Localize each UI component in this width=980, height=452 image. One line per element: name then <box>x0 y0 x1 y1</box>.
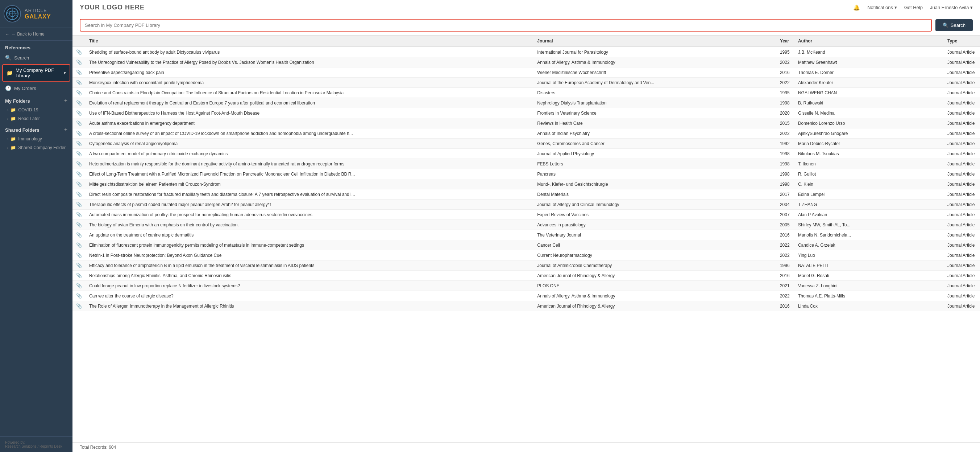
journal-cell: Pancreas <box>533 169 776 179</box>
paperclip-cell: 📎 <box>73 179 86 189</box>
journal-cell: Reviews in Health Care <box>533 118 776 128</box>
table-row[interactable]: 📎Could forage peanut in low proportion r… <box>73 281 980 291</box>
paperclip-icon: 📎 <box>76 303 82 309</box>
type-cell: Journal Article <box>944 88 980 98</box>
table-row[interactable]: 📎Relationships among Allergic Rhinitis, … <box>73 271 980 281</box>
author-cell: NGAI WENG CHAN <box>794 88 944 98</box>
sidebar-brand: ARTICLE GALAXY <box>25 8 51 20</box>
table-row[interactable]: 📎Therapeutic effects of plasmid coded mu… <box>73 200 980 210</box>
folder-covid19[interactable]: › 📁 COVID-19 <box>0 105 73 114</box>
paperclip-icon: 📎 <box>76 110 82 116</box>
shared-folder-company[interactable]: › 📁 Shared Company Folder <box>0 143 73 152</box>
type-cell: Journal Article <box>944 57 980 67</box>
table-row[interactable]: 📎Shedding of surface-bound antibody by a… <box>73 47 980 57</box>
table-row[interactable]: 📎Monkeypox infection with concomitant pe… <box>73 78 980 88</box>
title-cell: Effect of Long-Term Treatment with a Pur… <box>86 169 533 179</box>
paperclip-icon: 📎 <box>76 212 82 217</box>
type-cell: Journal Article <box>944 159 980 169</box>
sidebar-item-pdf-library[interactable]: 📁 My Company PDF Library ▾ <box>2 64 70 81</box>
table-row[interactable]: 📎Automated mass immunization of poultry:… <box>73 210 980 220</box>
title-cell: The Unrecognized Vulnerability to the Pr… <box>86 57 533 67</box>
journal-cell: International Journal for Parasitology <box>533 47 776 57</box>
folder-covid19-label: COVID-19 <box>18 107 38 112</box>
shared-folder-immunology[interactable]: › 📁 Immunology <box>0 134 73 143</box>
my-folders-label: My Folders <box>5 98 30 104</box>
paperclip-cell: 📎 <box>73 78 86 88</box>
table-header-row: Title Journal Year Author Type <box>73 35 980 47</box>
table-row[interactable]: 📎Cytogenetic analysis of renal angiomyol… <box>73 139 980 149</box>
table-row[interactable]: 📎A two-compartment model of pulmonary ni… <box>73 149 980 159</box>
table-row[interactable]: 📎An update on the treatment of canine at… <box>73 230 980 240</box>
table-row[interactable]: 📎The biology of avian Eimeria with an em… <box>73 220 980 230</box>
table-row[interactable]: 📎The Unrecognized Vulnerability to the P… <box>73 57 980 67</box>
table-row[interactable]: 📎Direct resin composite restorations for… <box>73 189 980 200</box>
table-row[interactable]: 📎Effect of Long-Term Treatment with a Pu… <box>73 169 980 179</box>
col-header-journal[interactable]: Journal <box>533 35 776 47</box>
user-menu-button[interactable]: Juan Ernesto Avila ▾ <box>930 5 973 10</box>
year-cell: 2020 <box>776 108 794 118</box>
table-row[interactable]: 📎Mittelgesichtsdisstraktion bei einem Pa… <box>73 179 980 189</box>
search-button-icon: 🔍 <box>943 22 948 28</box>
journal-cell: Annals of Allergy, Asthma & Immunology <box>533 57 776 67</box>
add-folder-button[interactable]: + <box>64 97 67 104</box>
my-folders-section-header: My Folders + <box>0 94 73 105</box>
table-row[interactable]: 📎Use of IFN-Based Biotherapeutics to Har… <box>73 108 980 118</box>
col-header-type[interactable]: Type <box>944 35 980 47</box>
paperclip-cell: 📎 <box>73 108 86 118</box>
topbar-right: 🔔 Notifications ▾ Get Help Juan Ernesto … <box>853 4 973 11</box>
col-header-author[interactable]: Author <box>794 35 944 47</box>
pdf-library-icon: 📁 <box>6 70 13 76</box>
author-cell: Maria Debiec-Rychter <box>794 139 944 149</box>
folder-icon: 📁 <box>11 116 16 121</box>
paperclip-cell: 📎 <box>73 128 86 139</box>
table-row[interactable]: 📎Heterodimerization is mainly responsibl… <box>73 159 980 169</box>
back-to-home-link[interactable]: ← ← Back to Home <box>0 28 73 41</box>
author-cell: NATALIE PETIT <box>794 260 944 271</box>
chevron-right-icon: › <box>7 117 8 121</box>
type-cell: Journal Article <box>944 128 980 139</box>
table-row[interactable]: 📎Preventive aspectsregarding back painWi… <box>73 67 980 78</box>
paperclip-cell: 📎 <box>73 118 86 128</box>
journal-cell: Mund-, Kiefer- und Gesichtschirurgie <box>533 179 776 189</box>
paperclip-cell: 📎 <box>73 169 86 179</box>
title-cell: Cytogenetic analysis of renal angiomyoli… <box>86 139 533 149</box>
search-input[interactable] <box>80 19 931 31</box>
table-row[interactable]: 📎Netrin-1 in Post-stroke Neuroprotection… <box>73 250 980 260</box>
title-cell: A two-compartment model of pulmonary nit… <box>86 149 533 159</box>
col-header-year[interactable]: Year <box>776 35 794 47</box>
chevron-down-icon: ▾ <box>64 71 66 75</box>
folder-read-later[interactable]: › 📁 Read Later <box>0 114 73 123</box>
search-input-wrapper <box>80 19 932 32</box>
type-cell: Journal Article <box>944 271 980 281</box>
author-cell: Edina Lempel <box>794 189 944 200</box>
sidebar-item-my-orders[interactable]: 🕐 My Orders <box>0 82 73 94</box>
table-row[interactable]: 📎Can we alter the course of allergic dis… <box>73 291 980 301</box>
year-cell: 1998 <box>776 179 794 189</box>
shared-folders-label: Shared Folders <box>5 127 40 133</box>
col-header-title[interactable]: Title <box>86 35 533 47</box>
author-cell: Vanessa Z. Longhini <box>794 281 944 291</box>
table-row[interactable]: 📎Efficacy and tolerance of amphotericin … <box>73 260 980 271</box>
add-shared-folder-button[interactable]: + <box>64 126 67 133</box>
sidebar-item-search[interactable]: 🔍 Search <box>0 52 73 64</box>
col-header-clip <box>73 35 86 47</box>
sidebar-footer: Powered by: Research Solutions / Reprint… <box>0 436 73 452</box>
year-cell: 2004 <box>776 200 794 210</box>
table-body: 📎Shedding of surface-bound antibody by a… <box>73 47 980 311</box>
results-table-container: Title Journal Year Author Type 📎Shedding… <box>73 35 980 442</box>
notifications-button[interactable]: Notifications ▾ <box>867 5 897 10</box>
table-row[interactable]: 📎Choice and Constraints in Floodplain Oc… <box>73 88 980 98</box>
table-row[interactable]: 📎Acute asthma exacerbations in emergency… <box>73 118 980 128</box>
table-row[interactable]: 📎Elimination of fluorescent protein immu… <box>73 240 980 250</box>
get-help-button[interactable]: Get Help <box>904 5 923 10</box>
journal-cell: Genes, Chromosomes and Cancer <box>533 139 776 149</box>
search-button[interactable]: 🔍 Search <box>935 19 973 31</box>
paperclip-cell: 📎 <box>73 260 86 271</box>
table-row[interactable]: 📎The Role of Allergen Immunotherapy in t… <box>73 301 980 311</box>
paperclip-cell: 📎 <box>73 291 86 301</box>
table-row[interactable]: 📎A cross-sectional online survey of an i… <box>73 128 980 139</box>
paperclip-icon: 📎 <box>76 252 82 258</box>
year-cell: 2016 <box>776 230 794 240</box>
author-cell: R. Guillot <box>794 169 944 179</box>
table-row[interactable]: 📎Evolution of renal replacement therapy … <box>73 98 980 108</box>
